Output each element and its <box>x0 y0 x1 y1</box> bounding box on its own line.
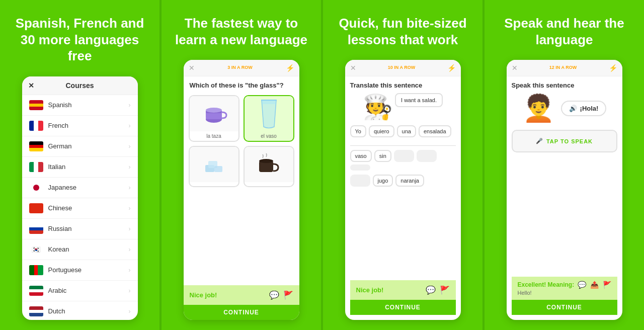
course-name: Russian <box>48 225 129 232</box>
word-chip-empty-2 <box>417 150 437 162</box>
phone-mockup-3: ✕ 10 IN A ROW ⚡ Translate this sentence … <box>345 60 461 320</box>
close-icon-4[interactable]: ✕ <box>512 64 518 72</box>
list-item[interactable]: 🇰🇷 Korean › <box>22 239 138 260</box>
word-chip-empty-1 <box>394 150 414 162</box>
list-item[interactable]: French › <box>22 116 138 136</box>
character-area: 🧑‍🍳 I want a salad. <box>350 93 456 121</box>
quiz-option-coffee[interactable] <box>244 146 294 187</box>
chevron-right-icon: › <box>129 267 131 274</box>
tap-to-speak-button[interactable]: 🎤 TAP TO SPEAK <box>512 130 617 152</box>
course-name: Korean <box>48 245 129 253</box>
quiz-header: ✕ 3 IN A ROW ⚡ <box>184 60 299 76</box>
nice-job-label: Nice job! <box>190 291 217 299</box>
svg-point-3 <box>206 108 222 113</box>
continue-button-4[interactable]: CONTINUE <box>512 300 617 315</box>
option-label-glass: el vaso <box>259 131 279 141</box>
quiz-footer: Nice job! 💬 🚩 <box>184 285 299 305</box>
course-name: Japanese <box>48 184 129 191</box>
lightning-icon-4: ⚡ <box>609 64 617 72</box>
sentence-text: I want a salad. <box>401 97 437 103</box>
chat-icon[interactable]: 💬 <box>269 290 279 300</box>
option-image-ice <box>190 147 238 182</box>
flag-icon-3[interactable]: 🚩 <box>440 285 450 295</box>
chevron-right-icon: › <box>129 143 131 150</box>
chevron-right-icon: › <box>129 205 131 212</box>
word-chip-jugo[interactable]: jugo <box>373 175 393 187</box>
word-chip-sin[interactable]: sin <box>374 150 391 162</box>
panel-3: Quick, fun bite-sized lessons that work … <box>321 0 482 330</box>
word-chip-empty-3 <box>350 164 370 171</box>
nice-job-label-3: Nice job! <box>356 286 384 294</box>
list-item[interactable]: Italian › <box>22 157 138 178</box>
hola-bubble: 🔊 ¡Hola! <box>561 101 607 116</box>
option-image-glass <box>245 96 293 131</box>
course-name: Dutch <box>48 307 129 315</box>
quiz-option-ice[interactable] <box>189 146 239 187</box>
close-icon[interactable]: ✕ <box>28 81 34 90</box>
word-chip[interactable]: quiero <box>369 125 394 137</box>
panel-1-title: Spanish, French and 30 more languages fr… <box>10 15 149 64</box>
close-icon[interactable]: ✕ <box>350 64 356 72</box>
close-icon[interactable]: ✕ <box>189 64 195 72</box>
translate-body: Translate this sentence 🧑‍🍳 I want a sal… <box>345 76 461 320</box>
speak-header: ✕ 12 IN A ROW ⚡ <box>507 60 622 76</box>
option-image-cup <box>190 96 238 131</box>
quiz-option-glass[interactable]: el vaso <box>244 95 294 142</box>
word-chip[interactable]: Yo <box>350 125 366 137</box>
mic-speaker-icon: 🔊 <box>569 105 577 112</box>
quiz-question: Which of these is "the glass"? <box>184 76 299 92</box>
flag-icon-4[interactable]: 🚩 <box>603 281 611 289</box>
word-chip-empty-4 <box>350 175 370 187</box>
streak-badge-2: 10 IN A ROW <box>388 65 415 70</box>
quiz-option-cup[interactable]: la taza <box>189 95 239 142</box>
lightning-icon: ⚡ <box>286 64 294 72</box>
panel-2-title: The fastest way to learn a new language <box>172 15 311 48</box>
speak-top-bar: ✕ 12 IN A ROW ⚡ <box>512 64 617 72</box>
phone-mockup-1: ✕ Courses Spanish › French › German › <box>22 76 138 320</box>
chevron-right-icon: › <box>129 287 131 294</box>
translate-header: ✕ 10 IN A ROW ⚡ <box>345 60 461 76</box>
chat-icon-3[interactable]: 💬 <box>426 285 436 295</box>
list-item[interactable]: Arabic › <box>22 281 138 301</box>
option-label-cup: la taza <box>204 131 223 141</box>
quiz-footer-3: Nice job! 💬 🚩 <box>350 280 456 300</box>
translate-top-bar: ✕ 10 IN A ROW ⚡ <box>350 64 456 72</box>
flag-korea: 🇰🇷 <box>29 244 43 255</box>
mic-icon: 🎤 <box>536 138 543 144</box>
continue-button[interactable]: CONTINUE <box>184 305 299 320</box>
share-icon-4[interactable]: 📤 <box>590 281 599 289</box>
chevron-right-icon: › <box>129 163 131 171</box>
speak-footer: Excellent! Meaning: 💬 📤 🚩 Hello! <box>512 277 617 300</box>
flag-russia <box>29 224 43 234</box>
chat-icon-4[interactable]: 💬 <box>578 281 586 289</box>
panel-2: The fastest way to learn a new language … <box>159 0 321 330</box>
chevron-right-icon: › <box>129 225 131 232</box>
list-item[interactable]: Dutch › <box>22 301 138 320</box>
word-chip-vaso[interactable]: vaso <box>350 150 372 162</box>
list-item[interactable]: German › <box>22 136 138 157</box>
panel-4: Speak and hear the language ✕ 12 IN A RO… <box>482 0 644 330</box>
continue-button-3[interactable]: CONTINUE <box>350 300 456 315</box>
list-item[interactable]: Japanese › <box>22 178 138 198</box>
chevron-right-icon: › <box>129 308 131 315</box>
flag-icon[interactable]: 🚩 <box>283 290 293 300</box>
option-label-coffee <box>267 182 271 186</box>
word-chip-naranja[interactable]: naranja <box>395 175 424 187</box>
course-name: Italian <box>48 163 129 171</box>
list-item[interactable]: Chinese › <box>22 198 138 219</box>
word-chips-row3: jugo naranja <box>350 175 456 187</box>
speech-bubble: I want a salad. <box>395 93 443 107</box>
list-item[interactable]: Spanish › <box>22 95 138 116</box>
list-item[interactable]: Russian › <box>22 219 138 239</box>
flag-portugal <box>29 265 43 275</box>
list-item[interactable]: Portuguese › <box>22 260 138 281</box>
character-figure: 🧑‍🍳 <box>363 93 393 121</box>
word-chips-row1: Yo quiero una ensalada <box>350 125 456 137</box>
courses-header: ✕ Courses <box>22 76 138 95</box>
flag-italy <box>29 162 43 172</box>
panel-3-title: Quick, fun bite-sized lessons that work <box>333 15 472 48</box>
word-chip[interactable]: una <box>397 125 416 137</box>
speak-character-area: 🧑‍🦱 🔊 ¡Hola! <box>512 93 617 124</box>
phone-mockup-2: ✕ 3 IN A ROW ⚡ Which of these is "the gl… <box>184 60 299 320</box>
word-chip[interactable]: ensalada <box>419 125 451 137</box>
